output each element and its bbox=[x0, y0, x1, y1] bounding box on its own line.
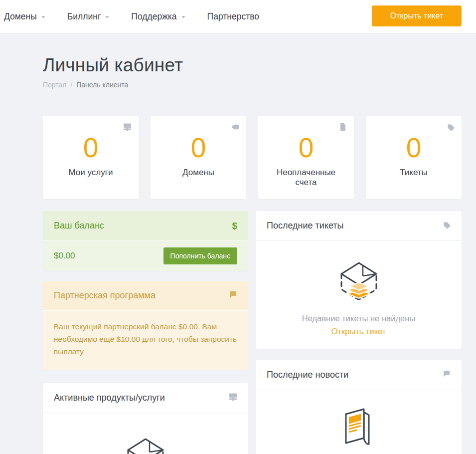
affiliate-panel: Партнерская программа Ваш текущий партне… bbox=[43, 281, 248, 370]
tickets-panel-title: Последние тикеты bbox=[267, 221, 344, 231]
open-ticket-link[interactable]: Открыть тикет bbox=[331, 327, 386, 336]
left-column: Ваш баланс $ $0.00 Пополнить баланс Парт… bbox=[43, 211, 248, 454]
affiliate-panel-header: Партнерская программа bbox=[43, 281, 248, 311]
balance-amount: $0.00 bbox=[54, 251, 75, 261]
products-panel-body bbox=[43, 413, 248, 454]
products-panel-title: Активные продукты/услуги bbox=[54, 393, 165, 403]
tickets-empty-text: Недавние тикеты не найдены bbox=[256, 314, 462, 323]
nav-item-domains[interactable]: Домены bbox=[4, 11, 45, 22]
stat-card-tickets[interactable]: 0 Тикеты bbox=[366, 116, 462, 199]
balance-panel-title: Ваш баланс bbox=[54, 221, 104, 231]
stat-label: Тикеты bbox=[366, 168, 462, 178]
nav-item-label: Партнерство bbox=[207, 11, 259, 22]
tag-icon bbox=[231, 123, 239, 133]
products-panel: Активные продукты/услуги bbox=[43, 383, 248, 454]
products-panel-header: Активные продукты/услуги bbox=[43, 383, 248, 413]
news-panel: Последние новости bbox=[256, 360, 462, 454]
stat-value: 0 bbox=[151, 133, 246, 163]
balance-panel-body: $0.00 Пополнить баланс bbox=[43, 241, 248, 271]
stat-card-services[interactable]: 0 Мои услуги bbox=[43, 116, 139, 199]
newspaper-icon bbox=[339, 443, 379, 452]
tickets-panel: Последние тикеты bbox=[256, 211, 462, 349]
tickets-panel-body: Недавние тикеты не найдены Открыть тикет bbox=[256, 241, 462, 349]
stat-label: Домены bbox=[151, 168, 246, 178]
news-panel-header: Последние новости bbox=[256, 360, 462, 390]
balance-panel: Ваш баланс $ $0.00 Пополнить баланс bbox=[43, 211, 248, 271]
stat-value: 0 bbox=[258, 133, 354, 163]
stat-card-invoices[interactable]: 0 Неоплаченные счета bbox=[258, 116, 354, 199]
stat-value: 0 bbox=[366, 133, 462, 163]
dollar-icon: $ bbox=[232, 221, 237, 231]
balance-panel-header: Ваш баланс $ bbox=[43, 211, 248, 241]
tickets-panel-header: Последние тикеты bbox=[256, 211, 462, 241]
news-panel-body bbox=[256, 390, 462, 454]
open-ticket-button[interactable]: Открыть тикет bbox=[372, 5, 462, 26]
nav-item-affiliates[interactable]: Партнерство bbox=[207, 11, 259, 22]
news-panel-title: Последние новости bbox=[267, 370, 348, 380]
breadcrumb-separator: / bbox=[70, 81, 72, 89]
breadcrumb: Портал / Панель клиента bbox=[43, 81, 462, 89]
page-content: Личный кабинет Портал / Панель клиента 0… bbox=[0, 33, 476, 454]
nav-item-billing[interactable]: Биллинг bbox=[67, 11, 110, 22]
affiliate-panel-title: Партнерская программа bbox=[54, 290, 156, 301]
top-navigation-bar: Домены Биллинг Поддержка Партнерство Отк… bbox=[0, 0, 476, 33]
tag-rotated-icon bbox=[442, 221, 451, 231]
stat-label: Неоплаченные счета bbox=[258, 168, 354, 188]
dashboard-columns: Ваш баланс $ $0.00 Пополнить баланс Парт… bbox=[43, 211, 462, 454]
tag-rotated-icon bbox=[446, 123, 455, 133]
nav-item-label: Домены bbox=[4, 11, 37, 22]
right-column: Последние тикеты bbox=[256, 211, 462, 454]
chevron-down-icon bbox=[105, 16, 109, 18]
empty-box-icon bbox=[331, 300, 386, 309]
document-icon bbox=[339, 123, 347, 133]
stat-label: Мои услуги bbox=[43, 168, 139, 178]
affiliate-panel-text: Ваш текущий партнерский баланс $0.00. Ва… bbox=[43, 311, 248, 370]
breadcrumb-root-link[interactable]: Портал bbox=[43, 81, 67, 89]
chevron-down-icon bbox=[41, 16, 45, 18]
add-funds-button[interactable]: Пополнить баланс bbox=[163, 247, 237, 264]
chevron-down-icon bbox=[181, 16, 185, 18]
nav-item-support[interactable]: Поддержка bbox=[131, 11, 185, 22]
nav-item-label: Биллинг bbox=[67, 11, 101, 22]
comment-icon bbox=[229, 290, 237, 301]
stats-row: 0 Мои услуги 0 Домены 0 Неоплаченные сче… bbox=[43, 116, 462, 199]
nav-item-label: Поддержка bbox=[131, 11, 176, 22]
stat-card-domains[interactable]: 0 Домены bbox=[151, 116, 246, 199]
breadcrumb-current: Панель клиента bbox=[76, 81, 128, 89]
server-icon bbox=[229, 393, 237, 404]
server-icon bbox=[123, 123, 132, 133]
main-nav: Домены Биллинг Поддержка Партнерство bbox=[4, 11, 259, 22]
comment-icon bbox=[443, 370, 451, 380]
page-title: Личный кабинет bbox=[43, 55, 462, 76]
stat-value: 0 bbox=[43, 133, 139, 163]
